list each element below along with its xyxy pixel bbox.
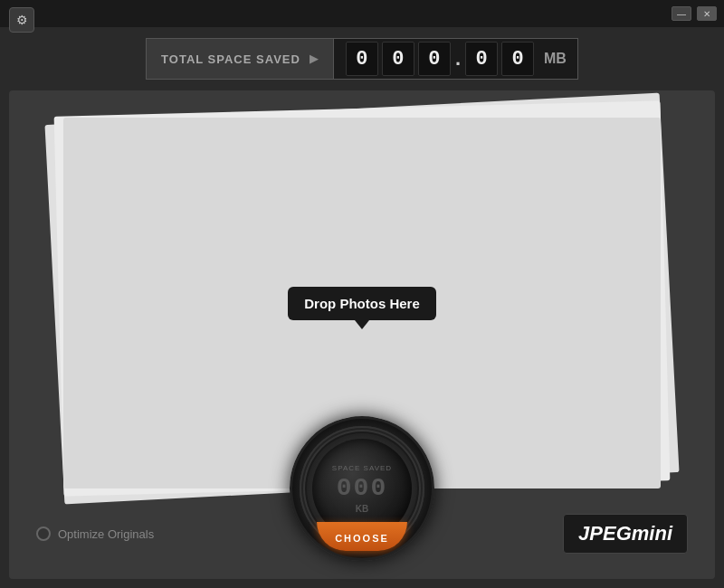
choose-label: CHOOSE bbox=[335, 533, 389, 544]
wheel-outer-ring: SPACE SAVED 000 KB CHOOSE bbox=[290, 416, 434, 561]
minimize-button[interactable]: — bbox=[672, 6, 691, 21]
choose-button[interactable]: CHOOSE bbox=[317, 522, 407, 551]
drop-tooltip: Drop Photos Here bbox=[288, 287, 436, 320]
decimal-separator: . bbox=[453, 47, 462, 71]
digit-2: 0 bbox=[382, 42, 414, 76]
play-icon: ▶ bbox=[310, 52, 319, 65]
unit-label: MB bbox=[544, 51, 567, 67]
space-counter: 0 0 0 . 0 0 MB bbox=[333, 38, 578, 80]
wheel-unit-label: KB bbox=[356, 504, 368, 514]
wheel-small-label: SPACE SAVED bbox=[332, 464, 392, 472]
header-area: TOTAL SPACE SAVED ▶ 0 0 0 . 0 0 MB bbox=[0, 27, 724, 90]
app-logo: JPEGmini bbox=[563, 514, 688, 554]
settings-button[interactable]: ⚙ bbox=[9, 7, 34, 33]
optimize-originals-label[interactable]: Optimize Originals bbox=[36, 526, 154, 541]
digit-5: 0 bbox=[501, 42, 534, 76]
digit-4: 0 bbox=[465, 42, 498, 76]
close-button[interactable]: ✕ bbox=[697, 6, 717, 21]
digit-1: 0 bbox=[346, 42, 378, 76]
wheel-digit-display: 000 bbox=[337, 474, 387, 502]
total-space-label: TOTAL SPACE SAVED ▶ bbox=[146, 38, 333, 80]
choose-wheel[interactable]: SPACE SAVED 000 KB CHOOSE bbox=[290, 416, 434, 561]
digit-3: 0 bbox=[418, 42, 451, 76]
optimize-checkbox[interactable] bbox=[36, 526, 51, 541]
gear-icon: ⚙ bbox=[16, 13, 28, 27]
main-drop-area[interactable]: Drop Photos Here Optimize Originals JPEG… bbox=[9, 90, 715, 579]
title-bar: — ✕ bbox=[0, 0, 724, 27]
